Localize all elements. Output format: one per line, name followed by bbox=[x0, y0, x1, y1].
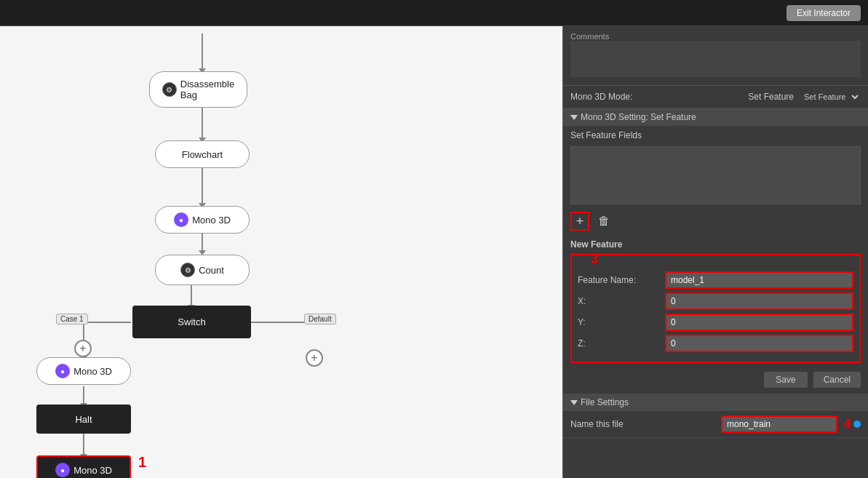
comments-textarea[interactable] bbox=[570, 41, 861, 77]
case1-label: Case 1 bbox=[56, 314, 88, 324]
save-button[interactable]: Save bbox=[764, 372, 807, 388]
node-flowchart-label: Flowchart bbox=[182, 149, 223, 160]
new-feature-section: New Feature 3 Feature Name: X: bbox=[563, 236, 868, 369]
feature-name-input[interactable] bbox=[665, 271, 853, 289]
node-mono3d-3-label: Mono 3D bbox=[73, 465, 112, 476]
node-flowchart[interactable]: Flowchart bbox=[155, 140, 250, 168]
disassemble-icon: ⚙ bbox=[162, 82, 177, 97]
badge-4: 4 bbox=[843, 417, 851, 432]
x-label: X: bbox=[578, 296, 665, 306]
default-label: Default bbox=[304, 314, 336, 324]
node-halt-label: Halt bbox=[75, 414, 92, 425]
mono3d-mode-select[interactable]: Set Feature bbox=[798, 90, 861, 103]
z-input[interactable] bbox=[665, 335, 853, 352]
comments-label: Comments bbox=[570, 32, 861, 41]
node-switch-label: Switch bbox=[178, 316, 205, 327]
node-count[interactable]: ⚙ Count bbox=[155, 255, 250, 285]
count-icon: ⚙ bbox=[180, 263, 195, 277]
node-halt[interactable]: Halt bbox=[36, 405, 131, 434]
badge-3: 3 bbox=[591, 252, 598, 267]
name-file-row: Name this file 4 bbox=[563, 411, 868, 438]
top-bar: Exit Interactor bbox=[0, 0, 868, 26]
file-settings-header: File Settings bbox=[563, 394, 868, 411]
cancel-button[interactable]: Cancel bbox=[813, 372, 861, 388]
file-settings-triangle bbox=[570, 400, 578, 405]
comments-section: Comments bbox=[563, 26, 868, 86]
add-feature-button[interactable]: + bbox=[570, 212, 589, 231]
node-mono3d-2-label: Mono 3D bbox=[73, 366, 112, 377]
y-label: Y: bbox=[578, 317, 665, 327]
section-title: Mono 3D Setting: Set Feature bbox=[581, 112, 696, 122]
feature-name-label: Feature Name: bbox=[578, 275, 665, 285]
z-row: Z: bbox=[578, 335, 853, 352]
node-disassemble-label: DisassembleBag bbox=[180, 79, 234, 100]
file-settings-label: File Settings bbox=[581, 397, 629, 407]
x-input[interactable] bbox=[665, 292, 853, 310]
main-area: ⚙ DisassembleBag Flowchart ● Mono 3D ⚙ C… bbox=[0, 26, 868, 478]
name-file-label: Name this file bbox=[570, 419, 624, 429]
node-mono3d-1[interactable]: ● Mono 3D bbox=[155, 206, 250, 234]
node-count-label: Count bbox=[199, 265, 224, 276]
mono3d-2-icon: ● bbox=[55, 364, 70, 378]
section-header: Mono 3D Setting: Set Feature bbox=[563, 108, 868, 126]
mono3d-3-icon: ● bbox=[55, 463, 70, 477]
exit-interactor-button[interactable]: Exit Interactor bbox=[787, 5, 861, 21]
canvas-area: ⚙ DisassembleBag Flowchart ● Mono 3D ⚙ C… bbox=[0, 26, 562, 478]
name-file-input-wrap: 4 bbox=[721, 415, 861, 433]
feature-name-row: Feature Name: bbox=[578, 271, 853, 289]
mono3d-1-icon: ● bbox=[174, 212, 188, 227]
mono3d-mode-value-wrap: Set Feature Set Feature bbox=[748, 90, 861, 103]
file-status-dot bbox=[853, 421, 861, 428]
delete-feature-button[interactable]: 🗑 bbox=[595, 213, 613, 229]
feature-fields-box: 3 Feature Name: X: Y: bbox=[570, 254, 861, 363]
badge-1: 1 bbox=[138, 454, 146, 471]
x-row: X: bbox=[578, 292, 853, 310]
new-feature-label: New Feature bbox=[570, 239, 861, 250]
y-input[interactable] bbox=[665, 314, 853, 331]
fields-area bbox=[570, 146, 861, 204]
plus-circle-right[interactable]: + bbox=[306, 349, 323, 367]
toolbar-row: 2 + 🗑 bbox=[563, 209, 868, 236]
y-row: Y: bbox=[578, 314, 853, 331]
mono3d-mode-row: Mono 3D Mode: Set Feature Set Feature bbox=[563, 86, 868, 108]
node-mono3d-1-label: Mono 3D bbox=[192, 215, 231, 226]
right-panel: Comments Mono 3D Mode: Set Feature Set F… bbox=[562, 26, 868, 478]
mono3d-mode-value: Set Feature bbox=[748, 92, 794, 102]
node-mono3d-2[interactable]: ● Mono 3D bbox=[36, 357, 131, 385]
node-switch[interactable]: Switch bbox=[132, 306, 251, 338]
name-file-input[interactable] bbox=[721, 415, 837, 433]
node-disassemble[interactable]: ⚙ DisassembleBag bbox=[149, 71, 247, 108]
plus-circle-left[interactable]: + bbox=[74, 340, 92, 357]
mono3d-mode-label: Mono 3D Mode: bbox=[570, 92, 632, 102]
set-feature-fields-label: Set Feature Fields bbox=[570, 130, 642, 140]
node-mono3d-3[interactable]: ● Mono 3D bbox=[36, 455, 131, 478]
set-feature-fields-label-wrap: Set Feature Fields bbox=[563, 126, 868, 142]
btn-row: Save Cancel bbox=[563, 369, 868, 394]
section-triangle bbox=[570, 115, 578, 120]
z-label: Z: bbox=[578, 338, 665, 348]
